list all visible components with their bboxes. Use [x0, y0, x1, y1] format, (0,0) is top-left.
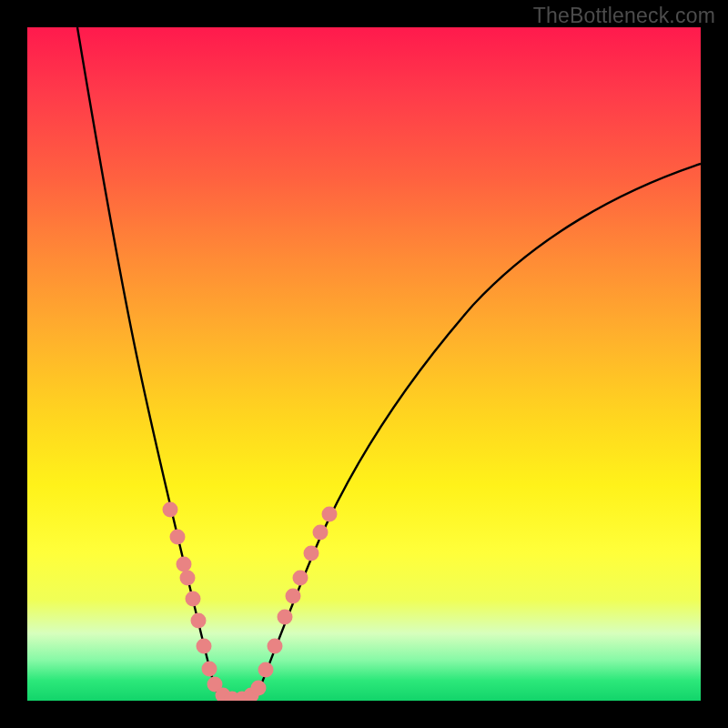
scatter-dots-group	[163, 502, 338, 702]
data-dot	[197, 639, 212, 654]
data-dot	[268, 639, 283, 654]
data-dot	[278, 610, 293, 625]
plot-area	[27, 27, 701, 701]
data-dot	[293, 571, 308, 586]
right-branch-curve	[258, 164, 701, 692]
data-dot	[313, 525, 329, 541]
data-dot	[258, 662, 274, 678]
data-dot	[251, 681, 267, 696]
data-dot	[202, 662, 217, 677]
data-dot	[191, 613, 207, 629]
data-dot	[163, 502, 178, 518]
data-dot	[170, 530, 186, 545]
curve-group	[77, 27, 701, 699]
data-dot	[186, 592, 201, 607]
data-dot	[286, 589, 301, 604]
data-dot	[177, 557, 192, 572]
data-dot	[180, 571, 196, 586]
data-dot	[322, 507, 338, 522]
watermark-text: TheBottleneck.com	[533, 4, 715, 28]
outer-frame: TheBottleneck.com	[0, 0, 728, 728]
bottleneck-curve-svg	[27, 27, 701, 701]
data-dot	[304, 546, 319, 561]
